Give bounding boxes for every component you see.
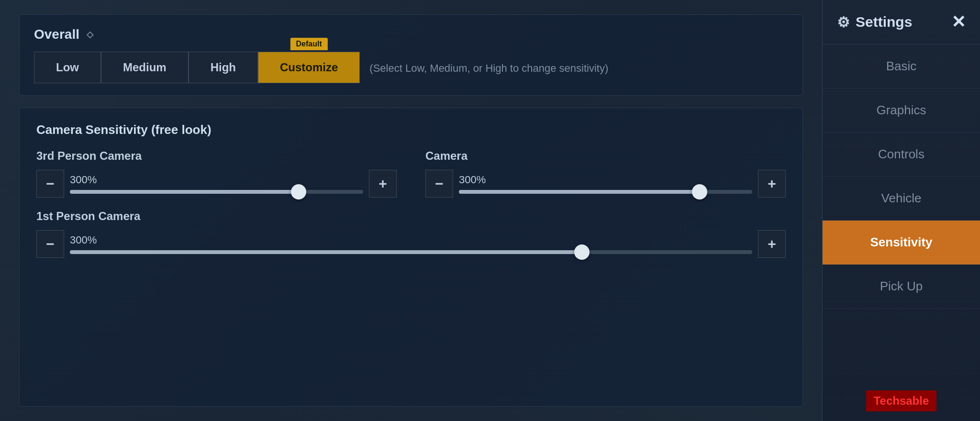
close-button[interactable]: ✕	[951, 12, 966, 32]
camera-section-title: Camera Sensitivity (free look)	[36, 122, 786, 137]
sidebar-nav: Basic Graphics Controls Vehicle Sensitiv…	[823, 44, 980, 381]
third-person-track[interactable]	[70, 190, 363, 194]
third-person-fill	[70, 190, 299, 194]
nav-item-sensitivity[interactable]: Sensitivity	[823, 221, 980, 265]
third-person-minus-button[interactable]: −	[36, 170, 64, 198]
first-person-slider-container: 300%	[70, 234, 752, 254]
camera-slider-row: − 300% +	[425, 170, 786, 198]
default-tag: Default	[290, 38, 328, 50]
plus-icon: +	[379, 176, 387, 192]
camera-plus-button[interactable]: +	[758, 170, 786, 198]
camera-minus-icon: −	[435, 176, 444, 192]
nav-item-pickup[interactable]: Pick Up	[823, 265, 980, 309]
first-plus-icon: +	[768, 236, 776, 252]
third-person-value: 300%	[70, 174, 363, 186]
camera-fill	[459, 190, 700, 194]
nav-item-graphics[interactable]: Graphics	[823, 89, 980, 133]
sidebar-header: ⚙ Settings ✕	[823, 0, 980, 44]
sensitivity-hint: (Select Low, Medium, or High to change s…	[360, 54, 618, 83]
camera-label: Camera	[425, 149, 786, 163]
camera-sensitivity-section: Camera Sensitivity (free look) 3rd Perso…	[19, 108, 803, 407]
sensitivity-buttons: Low Medium High Default Customize (Selec…	[34, 52, 788, 83]
customize-button[interactable]: Default Customize	[258, 52, 360, 83]
overall-title: Overall	[34, 27, 788, 42]
high-button[interactable]: High	[189, 52, 258, 83]
third-person-thumb[interactable]	[291, 184, 306, 199]
first-person-value: 300%	[70, 234, 752, 246]
first-person-label: 1st Person Camera	[36, 210, 786, 223]
overall-label: Overall	[34, 27, 79, 42]
nav-item-vehicle[interactable]: Vehicle	[823, 177, 980, 221]
nav-item-basic[interactable]: Basic	[823, 44, 980, 89]
camera-slider-container: 300%	[459, 174, 752, 194]
watermark: Techsable	[823, 381, 980, 421]
settings-title-group: ⚙ Settings	[837, 14, 912, 31]
minus-icon: −	[46, 176, 55, 192]
first-minus-icon: −	[46, 236, 55, 252]
camera-minus-button[interactable]: −	[425, 170, 453, 198]
first-person-plus-button[interactable]: +	[758, 230, 786, 258]
settings-label: Settings	[856, 14, 912, 30]
sidebar: ⚙ Settings ✕ Basic Graphics Controls Veh…	[822, 0, 980, 421]
gear-icon: ⚙	[837, 14, 850, 31]
watermark-text: Techsable	[866, 390, 937, 411]
first-person-track[interactable]	[70, 250, 752, 254]
camera-plus-icon: +	[768, 176, 776, 192]
camera-grid: 3rd Person Camera − 300% +	[36, 149, 786, 198]
medium-button[interactable]: Medium	[101, 52, 189, 83]
nav-item-controls[interactable]: Controls	[823, 133, 980, 177]
third-person-label: 3rd Person Camera	[36, 149, 397, 163]
overall-section: Overall Low Medium High Default Customiz…	[19, 14, 803, 96]
low-button[interactable]: Low	[34, 52, 101, 83]
third-person-plus-button[interactable]: +	[369, 170, 397, 198]
camera-track[interactable]	[459, 190, 752, 194]
camera-thumb[interactable]	[692, 184, 707, 199]
camera-group: Camera − 300% +	[425, 149, 786, 198]
camera-value: 300%	[459, 174, 752, 186]
main-content: Overall Low Medium High Default Customiz…	[0, 0, 822, 421]
third-person-slider-container: 300%	[70, 174, 363, 194]
first-person-group: 1st Person Camera − 300% +	[36, 210, 786, 258]
first-person-thumb[interactable]	[574, 244, 590, 260]
first-person-section: 1st Person Camera − 300% +	[36, 210, 786, 258]
third-person-slider-row: − 300% +	[36, 170, 397, 198]
first-person-minus-button[interactable]: −	[36, 230, 64, 258]
third-person-group: 3rd Person Camera − 300% +	[36, 149, 397, 198]
first-person-slider-row: − 300% +	[36, 230, 786, 258]
customize-label: Customize	[280, 61, 338, 74]
first-person-fill	[70, 250, 582, 254]
